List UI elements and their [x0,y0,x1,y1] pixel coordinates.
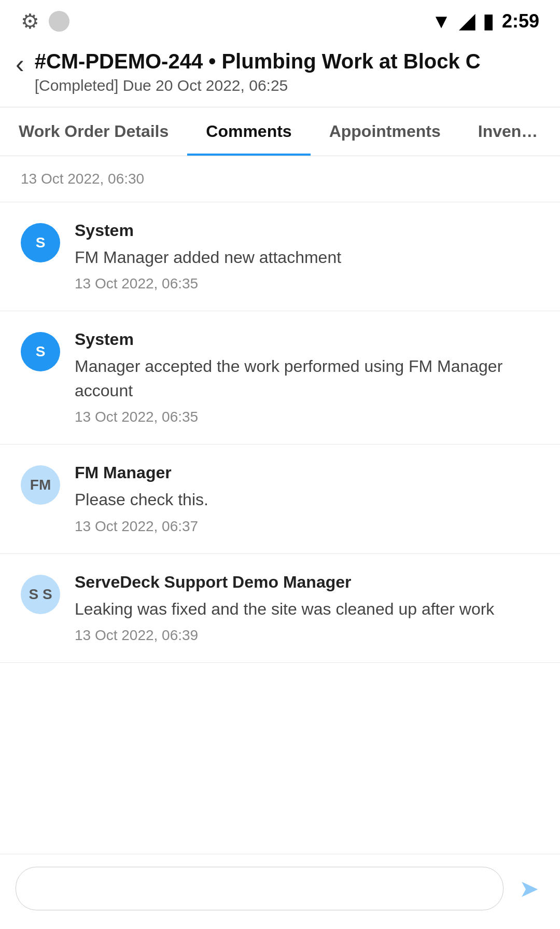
page-title: #CM-PDEMO-244 • Plumbing Work at Block C [35,49,481,74]
list-item: S SServeDeck Support Demo ManagerLeaking… [0,554,560,663]
comment-text: Leaking was fixed and the site was clean… [75,597,494,621]
comment-author: ServeDeck Support Demo Manager [75,573,494,592]
header-text: #CM-PDEMO-244 • Plumbing Work at Block C… [35,49,481,94]
comment-author: FM Manager [75,463,208,482]
tab-work-order-details[interactable]: Work Order Details [0,107,187,156]
avatar: S [21,332,60,371]
avatar: S S [21,575,60,614]
timestamp-row: 13 Oct 2022, 06:30 [0,156,560,202]
avatar: S [21,223,60,262]
tab-bar: Work Order Details Comments Appointments… [0,107,560,156]
comment-body: SystemFM Manager added new attachment13 … [75,221,341,292]
message-input[interactable] [16,867,503,910]
input-bar: ➤ [0,854,560,929]
comments-content: 13 Oct 2022, 06:30SSystemFM Manager adde… [0,156,560,746]
comment-body: FM ManagerPlease check this.13 Oct 2022,… [75,463,208,534]
list-item: FMFM ManagerPlease check this.13 Oct 202… [0,445,560,553]
page-subtitle: [Completed] Due 20 Oct 2022, 06:25 [35,77,481,94]
gear-icon: ⚙ [21,9,39,33]
comment-time: 13 Oct 2022, 06:39 [75,627,494,644]
tab-inventory[interactable]: Inven… [459,107,557,156]
status-right: ▼ ◢ ▮ 2:59 [431,10,539,33]
status-left-icons: ⚙ [21,9,69,33]
battery-icon: ▮ [483,10,494,33]
comment-time: 13 Oct 2022, 06:37 [75,518,208,535]
signal-icon: ◢ [459,10,474,33]
back-button[interactable]: ‹ [16,51,24,77]
page-header: ‹ #CM-PDEMO-244 • Plumbing Work at Block… [0,38,560,107]
send-icon: ➤ [519,875,539,902]
send-button[interactable]: ➤ [514,869,544,908]
list-item: SSystemManager accepted the work perform… [0,311,560,445]
comment-text: FM Manager added new attachment [75,245,341,269]
circle-icon [49,11,69,32]
comment-text: Please check this. [75,488,208,511]
comment-body: ServeDeck Support Demo ManagerLeaking wa… [75,573,494,644]
tab-comments[interactable]: Comments [187,107,310,156]
comment-author: System [75,330,539,349]
comment-author: System [75,221,341,240]
tab-appointments[interactable]: Appointments [311,107,459,156]
comment-time: 13 Oct 2022, 06:35 [75,409,539,425]
time-display: 2:59 [502,10,539,32]
comment-body: SystemManager accepted the work performe… [75,330,539,425]
avatar: FM [21,465,60,505]
comment-time: 13 Oct 2022, 06:35 [75,275,341,292]
list-item: SSystemFM Manager added new attachment13… [0,202,560,311]
status-bar: ⚙ ▼ ◢ ▮ 2:59 [0,0,560,38]
comment-text: Manager accepted the work performed usin… [75,354,539,403]
wifi-icon: ▼ [431,10,451,33]
